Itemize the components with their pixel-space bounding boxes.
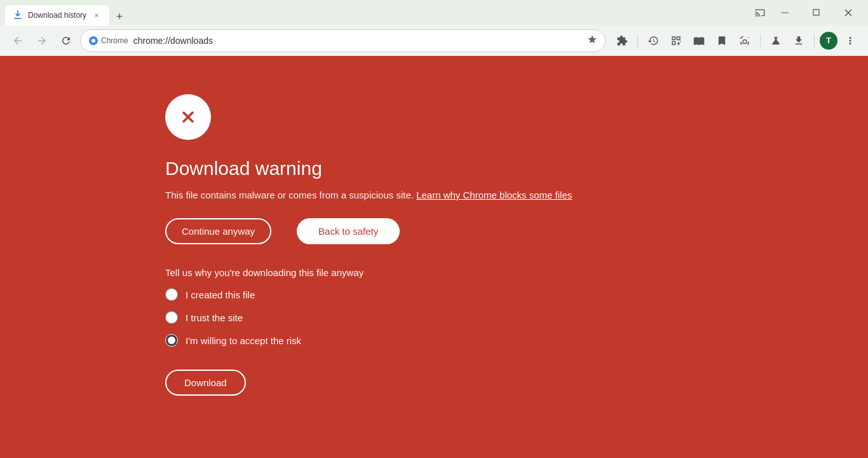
tab-strip: Download history × +: [5, 0, 745, 25]
restore-button[interactable]: [802, 3, 831, 23]
radio-risk[interactable]: [165, 334, 178, 347]
download-button[interactable]: Download: [165, 370, 246, 396]
radio-created[interactable]: [165, 288, 178, 301]
warning-desc-static: This file contains malware or comes from…: [165, 190, 416, 200]
tab-close-button[interactable]: ×: [92, 10, 102, 20]
svg-rect-0: [781, 13, 789, 13]
title-bar: Download history × +: [0, 0, 868, 25]
radio-created-label: I created this file: [186, 289, 255, 300]
address-input[interactable]: [133, 36, 582, 46]
toolbar-divider-2: [760, 34, 761, 47]
warning-title: Download warning: [165, 158, 322, 179]
download-manager-icon[interactable]: [789, 31, 809, 51]
continue-anyway-button[interactable]: Continue anyway: [165, 218, 271, 244]
new-tab-button[interactable]: +: [111, 8, 128, 25]
forward-button[interactable]: [32, 31, 52, 51]
warning-description: This file contains malware or comes from…: [165, 190, 572, 200]
profile-avatar[interactable]: T: [820, 32, 837, 50]
tab-favicon-icon: [13, 10, 23, 20]
tab-search-icon[interactable]: [666, 31, 686, 51]
toolbar: Chrome: [0, 25, 868, 56]
radio-item-trust[interactable]: I trust the site: [165, 311, 301, 324]
bookmark-icon[interactable]: [712, 31, 732, 51]
toolbar-divider-1: [637, 34, 638, 47]
address-bar[interactable]: Chrome: [80, 29, 606, 52]
back-button[interactable]: [8, 31, 28, 51]
bookmark-star-icon[interactable]: [587, 34, 597, 47]
tab-title: Download history: [28, 11, 86, 20]
toolbar-icons: T: [612, 31, 860, 51]
chrome-label: Chrome: [88, 36, 128, 46]
learn-more-link[interactable]: Learn why Chrome blocks some files: [416, 190, 572, 200]
reader-mode-icon[interactable]: [689, 31, 709, 51]
radio-trust-label: I trust the site: [186, 312, 243, 323]
close-button[interactable]: [834, 3, 863, 23]
page-content: Download warning This file contains malw…: [0, 56, 868, 458]
svg-point-5: [92, 39, 95, 43]
active-tab[interactable]: Download history ×: [5, 5, 109, 25]
cast-icon[interactable]: [752, 5, 768, 20]
svg-rect-1: [813, 10, 819, 15]
tell-us-label: Tell us why you're downloading this file…: [165, 267, 363, 278]
radio-item-created[interactable]: I created this file: [165, 288, 301, 301]
radio-item-risk[interactable]: I'm willing to accept the risk: [165, 334, 301, 347]
radio-risk-label: I'm willing to accept the risk: [186, 335, 301, 346]
chrome-menu-button[interactable]: [840, 31, 860, 51]
extensions-icon[interactable]: [612, 31, 632, 51]
screenshot-icon[interactable]: [735, 31, 755, 51]
reload-button[interactable]: [56, 31, 76, 51]
warning-icon: [165, 94, 211, 140]
window-controls: [752, 3, 863, 23]
history-icon[interactable]: [643, 31, 663, 51]
action-buttons: Continue anyway Back to safety: [165, 218, 400, 244]
minimize-button[interactable]: [770, 3, 799, 23]
reason-radio-group: I created this file I trust the site I'm…: [165, 288, 301, 347]
radio-trust[interactable]: [165, 311, 178, 324]
back-to-safety-button[interactable]: Back to safety: [297, 218, 400, 244]
toolbar-divider-3: [814, 34, 815, 47]
lab-icon[interactable]: [766, 31, 786, 51]
